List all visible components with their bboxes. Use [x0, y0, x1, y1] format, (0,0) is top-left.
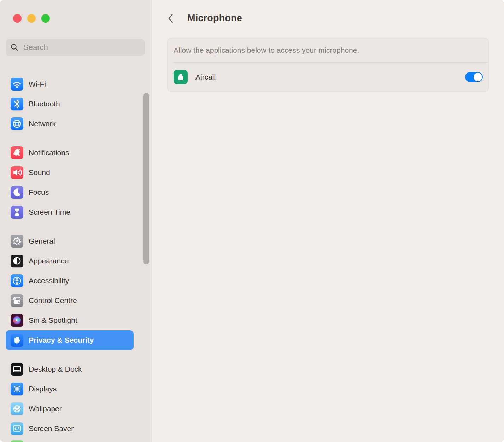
sidebar-group-appearance-desktop: Desktop & Dock Displays Wallpaper [6, 359, 134, 438]
sidebar-item-appearance[interactable]: Appearance [6, 251, 134, 271]
sidebar-item-label: Accessibility [29, 277, 69, 285]
sidebar-item-accessibility[interactable]: Accessibility [6, 271, 134, 291]
back-button[interactable] [166, 13, 175, 24]
sidebar-item-control-centre[interactable]: Control Centre [6, 291, 134, 310]
gear-icon [11, 235, 23, 248]
app-name: Aircall [195, 73, 457, 81]
sidebar-item-screen-saver[interactable]: Screen Saver [6, 419, 134, 438]
sidebar-group-alerts: Notifications Sound Focus [6, 143, 134, 222]
sidebar-item-wallpaper[interactable]: Wallpaper [6, 399, 134, 419]
sidebar-item-label: General [29, 237, 55, 245]
page-title: Microphone [187, 13, 242, 24]
sidebar-item-label: Control Centre [29, 296, 77, 305]
sidebar-item-screen-time[interactable]: Screen Time [6, 202, 134, 222]
sidebar-item-network[interactable]: Network [6, 114, 134, 134]
sidebar-item-label: Focus [29, 188, 49, 197]
control-centre-icon [11, 294, 23, 307]
zoom-button[interactable] [41, 14, 50, 23]
flower-icon [11, 402, 23, 415]
permissions-card: Allow the applications below to access y… [167, 38, 489, 92]
sidebar-item-label: Screen Time [29, 208, 70, 216]
sidebar-item-sound[interactable]: Sound [6, 163, 134, 182]
sidebar-item-general[interactable]: General [6, 231, 134, 251]
sidebar-group-connectivity: Wi-Fi Bluetooth Network [6, 74, 134, 134]
microphone-toggle-aircall[interactable] [465, 72, 483, 82]
sidebar-item-label: Appearance [29, 257, 69, 265]
screensaver-icon [11, 422, 23, 435]
aircall-app-icon [174, 70, 188, 84]
sidebar-item-displays[interactable]: Displays [6, 379, 134, 399]
sidebar-group-system: General Appearance Accessibility [6, 231, 134, 350]
sidebar-item-label: Network [29, 120, 56, 128]
hand-icon [11, 334, 23, 347]
sidebar-item-wifi[interactable]: Wi-Fi [6, 74, 134, 94]
sidebar-item-focus[interactable]: Focus [6, 182, 134, 202]
moon-icon [11, 186, 23, 199]
hourglass-icon [11, 206, 23, 219]
sidebar-item-label: Notifications [29, 149, 69, 157]
accessibility-icon [11, 274, 23, 287]
sidebar-scrollbar-thumb[interactable] [143, 93, 149, 264]
sidebar-item-label: Privacy & Security [29, 336, 94, 344]
search-icon [10, 43, 19, 52]
sidebar-item-bluetooth[interactable]: Bluetooth [6, 94, 134, 114]
bell-icon [11, 146, 23, 159]
sidebar-item-privacy-security[interactable]: Privacy & Security [6, 330, 134, 350]
window-controls [13, 14, 50, 23]
battery-icon [11, 440, 23, 442]
main-pane: Microphone Allow the applications below … [152, 0, 504, 442]
bluetooth-icon [11, 98, 23, 110]
search-field[interactable] [6, 39, 145, 56]
desktop-dock-icon [11, 363, 23, 376]
sidebar-item-label: Desktop & Dock [29, 365, 82, 373]
sun-icon [11, 383, 23, 395]
close-button[interactable] [13, 14, 22, 23]
appearance-icon [11, 255, 23, 267]
chevron-left-icon [167, 13, 175, 24]
sidebar-item-label: Wallpaper [29, 405, 62, 413]
sidebar-nav: Wi-Fi Bluetooth Network [6, 74, 134, 442]
sidebar-item-notifications[interactable]: Notifications [6, 143, 134, 163]
speaker-icon [11, 166, 23, 179]
sidebar-item-label: Wi-Fi [29, 80, 46, 88]
siri-icon [11, 314, 23, 327]
sidebar-item-label: Bluetooth [29, 100, 60, 108]
sidebar-item-label: Siri & Spotlight [29, 316, 77, 325]
sidebar: Wi-Fi Bluetooth Network [0, 0, 152, 442]
minimize-button[interactable] [27, 14, 36, 23]
system-settings-window: Wi-Fi Bluetooth Network [0, 0, 504, 442]
search-input[interactable] [23, 42, 140, 52]
sidebar-item-label: Displays [29, 385, 57, 393]
sidebar-item-label: Screen Saver [29, 424, 74, 433]
sidebar-item-desktop-dock[interactable]: Desktop & Dock [6, 359, 134, 379]
sidebar-item-label: Sound [29, 168, 50, 177]
globe-icon [11, 117, 23, 130]
wifi-icon [11, 78, 23, 91]
permissions-description: Allow the applications below to access y… [167, 38, 489, 62]
app-row-aircall: Aircall [167, 63, 489, 91]
toggle-knob [474, 73, 482, 81]
sidebar-item-siri-spotlight[interactable]: Siri & Spotlight [6, 310, 134, 330]
